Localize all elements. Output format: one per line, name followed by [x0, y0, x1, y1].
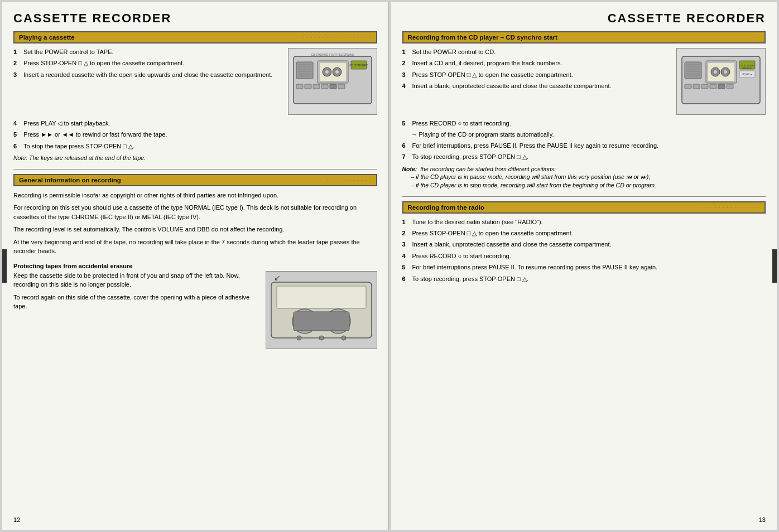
radio-step4-num: 4 [402, 252, 409, 260]
cd-step2-text: Insert a CD and, if desired, program the… [412, 59, 562, 67]
cd-note-item1: – if the CD player is in pause mode, rec… [411, 173, 766, 181]
section1-content: 1 Set the POWER control to TAPE. 2 Press… [13, 48, 377, 115]
section1-title: Playing a cassette [19, 34, 75, 41]
radio-step1-num: 1 [402, 218, 409, 226]
step2-num: 2 [13, 59, 20, 67]
section-general-info: General information on recording · · · ·… [13, 174, 377, 256]
left-side-tab [2, 249, 7, 283]
step2-text: Press STOP·OPEN □ △ to open the cassette… [23, 59, 184, 67]
svg-text:START REC: START REC [742, 67, 753, 70]
cd-step-5: 5 Press RECORD ○ to start recording. [402, 119, 766, 128]
svg-rect-51 [693, 84, 700, 89]
divider1 [13, 169, 377, 170]
step-4: 4 Press PLAY ◁ to start playback. [13, 119, 377, 128]
svg-point-13 [335, 70, 339, 74]
cd-step3-text: Press STOP·OPEN □ △ to open the cassette… [412, 71, 573, 79]
section3-text: Keep the cassette side to be protected i… [13, 271, 250, 349]
cd-step6-text: For brief interruptions, press PAUSE II.… [412, 142, 659, 150]
step-2: 2 Press STOP·OPEN □ △ to open the casset… [13, 59, 283, 67]
svg-text:00 A1 ▸: 00 A1 ▸ [742, 72, 752, 76]
divider2 [402, 196, 766, 197]
cd-step-4: 4 Insert a blank, unprotected cassette a… [402, 82, 672, 90]
svg-point-49 [724, 70, 727, 74]
svg-rect-55 [727, 84, 733, 89]
step-5: 5 Press ►► or ◄◄ to rewind or fast forwa… [13, 130, 377, 139]
cd-step3-num: 3 [402, 71, 409, 79]
section1-header: Playing a cassette · · · · · · · · · · ·… [13, 31, 377, 43]
protect-para1: Keep the cassette side to be protected i… [13, 271, 250, 289]
cassette-svg: ↙ [268, 274, 374, 346]
cd-step-2: 2 Insert a CD and, if desired, program t… [402, 59, 672, 67]
svg-point-33 [297, 336, 301, 340]
cassette-image: ↙ [266, 271, 377, 349]
section3-content: Keep the cassette side to be protected i… [13, 271, 377, 349]
svg-text:CD SYNCHRO: CD SYNCHRO [740, 64, 755, 67]
svg-text:CD SYNCHRO: CD SYNCHRO [349, 64, 368, 67]
cd-step5-text: Press RECORD ○ to start recording. [412, 119, 511, 128]
radio-step4-text: Press RECORD ○ to start recording. [412, 252, 511, 260]
step1-text: Set the POWER control to TAPE. [23, 48, 114, 56]
section-cd-recording: Recording from the CD player – CD synchr… [402, 31, 766, 190]
step6-num: 6 [13, 142, 20, 151]
svg-rect-50 [685, 84, 691, 89]
svg-rect-32 [294, 312, 349, 331]
section2-title: General information on recording [19, 177, 121, 183]
svg-rect-19 [338, 84, 345, 89]
cd-step-7: 7 To stop recording, press STOP·OPEN □ △… [402, 153, 766, 161]
radio-step1-text: Tune to the desired radio station (see "… [412, 218, 543, 226]
general-para4: At the very beginning and end of the tap… [13, 238, 377, 256]
general-para1: Recording is permissible insofar as copy… [13, 191, 377, 200]
svg-text:CD SYNCHRO START REC DRIVING: CD SYNCHRO START REC DRIVING [311, 54, 354, 56]
step3-num: 3 [13, 71, 20, 79]
right-page: CASSETTE RECORDER Recording from the CD … [391, 2, 777, 530]
cd-step7-num: 7 [402, 153, 409, 161]
cd-step1-text: Set the POWER control to CD. [412, 48, 496, 56]
section1-note: Note: The keys are released at the end o… [13, 154, 377, 162]
svg-point-35 [342, 336, 346, 340]
section-protecting: Protecting tapes from accidental erasure… [13, 263, 377, 349]
radio-step5-num: 5 [402, 263, 409, 272]
cd-steps-content: 1 Set the POWER control to CD. 2 Insert … [402, 48, 766, 115]
protect-para2: To record again on this side of the cass… [13, 293, 250, 311]
svg-rect-1 [296, 62, 313, 79]
svg-rect-14 [296, 84, 303, 89]
step4-num: 4 [13, 119, 20, 128]
step5-num: 5 [13, 130, 20, 139]
radio-step3-num: 3 [402, 240, 409, 249]
svg-rect-52 [701, 84, 708, 89]
radio-section-header: Recording from the radio · · · · · · · ·… [402, 201, 766, 214]
cd-step2-num: 2 [402, 59, 409, 67]
cd-section-dots: · · [754, 35, 760, 40]
svg-rect-37 [685, 62, 701, 79]
svg-point-34 [319, 336, 324, 340]
recorder-image-container: CD SYNCHRO CD SYNCHRO START REC DRIVING [288, 48, 377, 115]
svg-rect-54 [718, 84, 725, 89]
svg-rect-53 [710, 84, 717, 89]
radio-step6-text: To stop recording, press STOP·OPEN □ △. [412, 275, 528, 283]
recorder-svg: CD SYNCHRO CD SYNCHRO START REC DRIVING [291, 51, 374, 112]
svg-rect-18 [330, 84, 336, 89]
step3-text: Insert a recorded cassette with the open… [23, 71, 272, 79]
step-3: 3 Insert a recorded cassette with the op… [13, 71, 283, 79]
right-page-title: CASSETTE RECORDER [402, 11, 766, 26]
cd-step5b-text: → Playing of the CD or program starts au… [411, 131, 554, 138]
radio-step2-num: 2 [402, 229, 409, 238]
step-1: 1 Set the POWER control to TAPE. [13, 48, 283, 56]
radio-step2-text: Press STOP·OPEN □ △ to open the cassette… [412, 229, 573, 238]
step-6: 6 To stop the tape press STOP·OPEN □ △. [13, 142, 377, 151]
section2-dots: · · · · · · · · · · · · [326, 177, 372, 183]
cd-step5b: → Playing of the CD or program starts au… [411, 130, 766, 139]
radio-step6-num: 6 [402, 275, 409, 283]
svg-rect-16 [313, 84, 320, 89]
section3-title: Protecting tapes from accidental erasure [13, 263, 377, 269]
general-para2: For recording on this set you should use… [13, 203, 377, 221]
radio-section-title: Recording from the radio [408, 204, 484, 211]
step1-num: 1 [13, 48, 20, 56]
radio-step-3: 3 Insert a blank, unprotected cassette a… [402, 240, 766, 249]
cd-step5-num: 5 [402, 119, 409, 128]
radio-step-4: 4 Press RECORD ○ to start recording. [402, 252, 766, 260]
cd-section-title: Recording from the CD player – CD synchr… [408, 34, 557, 41]
svg-point-11 [325, 70, 329, 74]
section1-steps: 1 Set the POWER control to TAPE. 2 Press… [13, 48, 283, 115]
section-radio-recording: Recording from the radio · · · · · · · ·… [402, 201, 766, 283]
